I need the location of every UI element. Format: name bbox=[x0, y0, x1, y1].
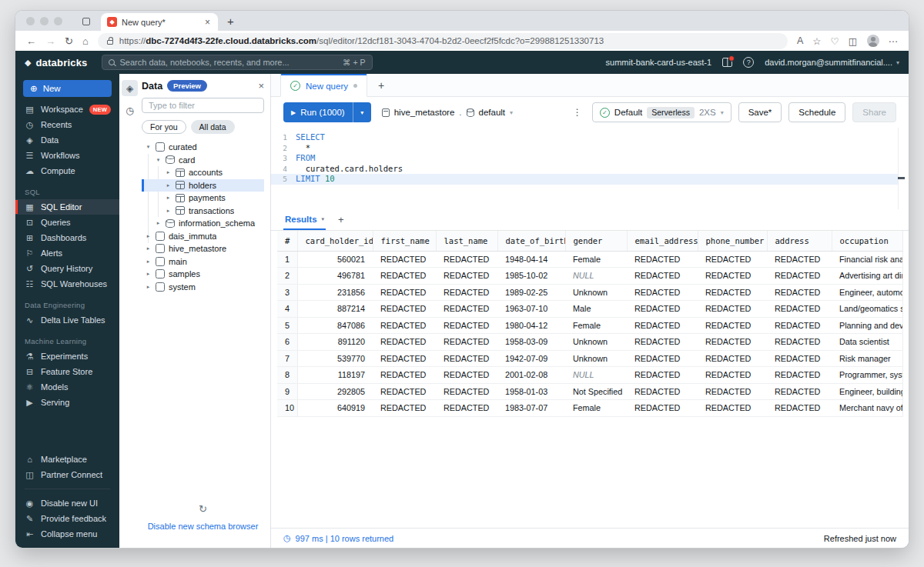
sidebar-item-models[interactable]: ⚛Models bbox=[15, 379, 119, 395]
table-cell[interactable]: 1948-04-14 bbox=[497, 251, 565, 268]
table-cell[interactable]: REDACTED bbox=[627, 350, 698, 367]
code-line[interactable]: 1SELECT bbox=[271, 132, 898, 143]
table-cell[interactable]: Female bbox=[565, 251, 627, 268]
tree-item-curated[interactable]: ▾curated bbox=[142, 141, 264, 154]
table-cell[interactable]: REDACTED bbox=[698, 317, 767, 334]
tree-item-information-schema[interactable]: ▸information_schema bbox=[142, 217, 264, 230]
column-header-date-of-birth[interactable]: date_of_birth bbox=[497, 231, 565, 251]
table-cell[interactable]: REDACTED bbox=[627, 317, 698, 334]
pill-all-data[interactable]: All data bbox=[191, 120, 235, 134]
table-cell[interactable]: Planning and developme bbox=[832, 317, 902, 334]
url-text[interactable]: https://dbc-7274d4f3-22fe.cloud.databric… bbox=[119, 36, 604, 45]
sidebar-item-workflows[interactable]: ☰Workflows bbox=[15, 148, 119, 163]
table-cell[interactable]: 3 bbox=[277, 284, 297, 301]
table-cell[interactable]: REDACTED bbox=[698, 251, 767, 268]
global-search-input[interactable]: Search data, notebooks, recents, and mor… bbox=[102, 55, 373, 70]
table-cell[interactable]: 1958-03-09 bbox=[497, 334, 565, 351]
browser-tab[interactable]: ◆ New query* × bbox=[101, 13, 218, 31]
close-icon[interactable]: × bbox=[258, 80, 264, 92]
sidebar-item-serving[interactable]: ▶Serving bbox=[15, 395, 119, 410]
table-cell[interactable]: REDACTED bbox=[627, 284, 698, 301]
table-cell[interactable]: Merchant navy officer bbox=[832, 400, 902, 417]
table-cell[interactable]: REDACTED bbox=[698, 301, 767, 318]
table-cell[interactable]: REDACTED bbox=[767, 383, 832, 400]
table-cell[interactable]: 292805 bbox=[297, 383, 373, 400]
sidebar-item-sql-editor[interactable]: ▦SQL Editor bbox=[15, 199, 119, 215]
table-cell[interactable]: REDACTED bbox=[627, 367, 698, 384]
table-cell[interactable]: 1989-02-25 bbox=[497, 284, 565, 301]
kebab-menu-icon[interactable]: ⋮ bbox=[573, 107, 582, 118]
tree-item-system[interactable]: ▸system bbox=[142, 281, 264, 294]
table-cell[interactable]: REDACTED bbox=[767, 367, 832, 384]
column-header-occupation[interactable]: occupation bbox=[832, 231, 902, 251]
new-button[interactable]: ⊕ New bbox=[23, 80, 112, 97]
table-cell[interactable]: 4 bbox=[277, 301, 297, 318]
table-cell[interactable]: REDACTED bbox=[436, 367, 497, 384]
whats-new-gift-icon[interactable] bbox=[722, 58, 732, 67]
tree-item-dais-immuta[interactable]: ▸dais_immuta bbox=[142, 230, 264, 243]
sidebar-item-partner-connect[interactable]: ◫Partner Connect bbox=[15, 467, 119, 482]
table-cell[interactable]: Unknown bbox=[565, 284, 627, 301]
sidebar-item-delta-live-tables[interactable]: ∿Delta Live Tables bbox=[15, 312, 119, 328]
code-line[interactable]: 3FROM bbox=[271, 153, 898, 164]
table-cell[interactable]: REDACTED bbox=[627, 400, 698, 417]
chevron-right-icon[interactable]: ▸ bbox=[165, 182, 172, 188]
table-cell[interactable]: REDACTED bbox=[767, 334, 832, 351]
column-header-first-name[interactable]: first_name bbox=[373, 231, 436, 251]
table-cell[interactable]: Not Specified bbox=[565, 383, 627, 400]
schedule-button[interactable]: Schedule bbox=[788, 102, 845, 122]
table-cell[interactable]: 10 bbox=[277, 400, 297, 417]
databricks-logo[interactable]: ◆ databricks bbox=[25, 57, 88, 68]
table-cell[interactable]: Female bbox=[565, 400, 627, 417]
sidebar-item-recents[interactable]: ◷Recents bbox=[15, 117, 119, 132]
table-cell[interactable]: Female bbox=[565, 317, 627, 334]
tree-item-main[interactable]: ▸main bbox=[142, 255, 264, 268]
add-query-tab-button[interactable]: + bbox=[378, 79, 384, 92]
table-cell[interactable]: 1980-04-12 bbox=[497, 317, 565, 334]
table-cell[interactable]: 8 bbox=[277, 367, 297, 384]
table-cell[interactable]: REDACTED bbox=[767, 251, 832, 268]
column-header-last-name[interactable]: last_name bbox=[436, 231, 497, 251]
table-cell[interactable]: 5 bbox=[277, 317, 297, 334]
read-aloud-icon[interactable]: A bbox=[797, 35, 803, 46]
address-bar[interactable]: https://dbc-7274d4f3-22fe.cloud.databric… bbox=[98, 33, 788, 49]
run-button[interactable]: ▶Run (1000) ▾ bbox=[283, 102, 371, 122]
zoom-window-button[interactable] bbox=[54, 17, 62, 25]
chevron-right-icon[interactable]: ▸ bbox=[155, 220, 162, 226]
table-cell[interactable]: REDACTED bbox=[627, 301, 698, 318]
workspace-name[interactable]: summit-bank-card-us-east-1 bbox=[606, 58, 712, 67]
table-cell[interactable]: REDACTED bbox=[767, 301, 832, 318]
sidebar-item-marketplace[interactable]: ⌂Marketplace bbox=[15, 452, 119, 467]
column-header-card-holder-id[interactable]: card_holder_id bbox=[297, 231, 373, 251]
new-tab-button[interactable]: + bbox=[227, 15, 234, 28]
table-cell[interactable]: REDACTED bbox=[436, 301, 497, 318]
tree-item-card[interactable]: ▾card bbox=[142, 154, 264, 167]
table-cell[interactable]: REDACTED bbox=[373, 367, 436, 384]
minimize-window-button[interactable] bbox=[40, 17, 49, 25]
table-cell[interactable]: 1 bbox=[277, 251, 297, 268]
table-cell[interactable]: REDACTED bbox=[627, 334, 698, 351]
rail-data-icon[interactable]: ◈ bbox=[122, 80, 138, 96]
column-header-address[interactable]: address bbox=[767, 231, 832, 251]
reload-icon[interactable]: ↻ bbox=[65, 35, 73, 47]
chevron-right-icon[interactable]: ▸ bbox=[145, 245, 152, 252]
sidebar-item-feature-store[interactable]: ⊟Feature Store bbox=[15, 364, 119, 379]
tree-item-transactions[interactable]: ▸transactions bbox=[142, 205, 264, 218]
table-cell[interactable]: REDACTED bbox=[767, 350, 832, 367]
warehouse-selector[interactable]: Default Serverless 2XS ▾ bbox=[592, 102, 732, 122]
table-cell[interactable]: Unknown bbox=[565, 350, 627, 367]
pill-for-you[interactable]: For you bbox=[142, 120, 186, 134]
table-cell[interactable]: REDACTED bbox=[373, 350, 436, 367]
table-cell[interactable]: REDACTED bbox=[373, 400, 436, 417]
tree-item-holders[interactable]: ▸holders bbox=[142, 179, 264, 192]
more-menu-icon[interactable]: ⋯ bbox=[889, 35, 899, 47]
table-cell[interactable]: REDACTED bbox=[627, 251, 698, 268]
sidebar-item-workspace[interactable]: ▤WorkspaceNEW bbox=[15, 102, 119, 117]
sidebar-item-sql-warehouses[interactable]: ☷SQL Warehouses bbox=[15, 276, 119, 292]
table-cell[interactable]: Engineer, automotive bbox=[832, 284, 902, 301]
catalog-schema-selector[interactable]: hive_metastore . default ▾ bbox=[382, 108, 513, 117]
table-cell[interactable]: REDACTED bbox=[627, 383, 698, 400]
sidebar-item-alerts[interactable]: ⚐Alerts bbox=[15, 245, 119, 261]
user-menu[interactable]: david.morgan@summitfinancial.... ▾ bbox=[765, 58, 899, 67]
table-cell[interactable]: REDACTED bbox=[698, 284, 767, 301]
